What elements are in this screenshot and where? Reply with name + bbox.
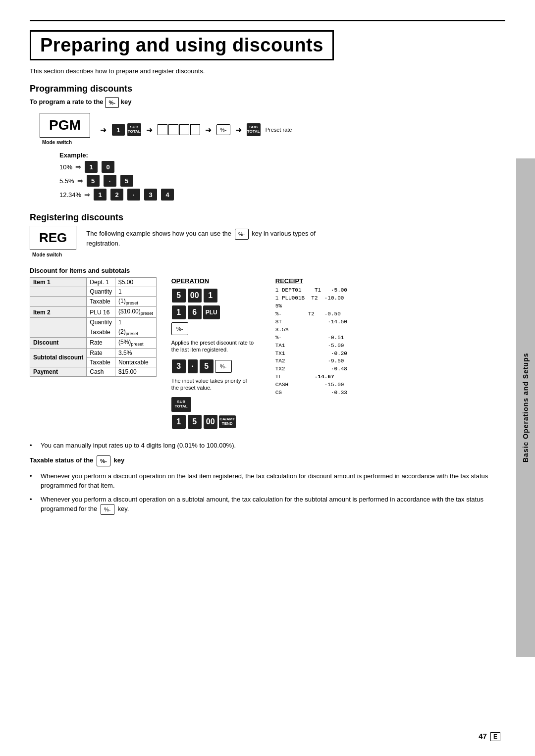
taxable-heading: Taxable status of the %- key (30, 455, 505, 466)
op-row-2: 1 6 PLU (171, 305, 220, 319)
key-dot: · (104, 175, 116, 187)
plu-key: PLU (203, 305, 220, 319)
arrow2: ➜ (146, 125, 153, 135)
table-row: Quantity 1 (30, 287, 157, 297)
bullet-dot-2: • (30, 471, 37, 481)
bullet-1: • Whenever you perform a discount operat… (30, 471, 505, 491)
receipt-col: RECEIPT 1 DEPT01 T1 ·5.00 1 PLU001B T2 ·… (275, 277, 365, 397)
key-1d: 1 (172, 415, 186, 429)
key-3op: 3 (172, 359, 186, 373)
key-5a: 5 (87, 175, 100, 187)
page-title: Preparing and using discounts (30, 30, 334, 60)
programming-heading: Programming discounts (30, 84, 505, 94)
key-2: 2 (110, 189, 123, 201)
intro-text: This section describes how to prepare an… (30, 67, 505, 75)
table-row: Quantity 1 (30, 317, 157, 327)
key-1: 1 (85, 161, 98, 173)
arrow4: ➜ (235, 125, 242, 135)
sidebar-label: Basic Operations and Setups (516, 158, 535, 657)
taxable-key-inline: %- (97, 455, 110, 466)
table-row: Taxable (2)preset (30, 327, 157, 337)
op-note-2: The input value takes priority of the pr… (171, 377, 256, 392)
reg-mode-box: REG Mode switch (30, 226, 76, 250)
table-row: Subtotal discount Rate 3.5% (30, 348, 157, 357)
bullet-dot-1: • (30, 441, 37, 451)
pgm-mode-box: PGM Mode switch (40, 113, 90, 138)
arrow3: ➜ (205, 125, 212, 135)
example-line-3: 12.34% ⇒ 1 2 · 3 4 (59, 189, 505, 201)
op-row-5: SUBTOTAL (171, 397, 191, 412)
mode-switch-label: Mode switch (42, 140, 72, 145)
empty-boxes (158, 124, 200, 135)
items-table-wrapper: Item 1 Dept. 1 $5.00 Quantity 1 Taxable (30, 277, 157, 377)
bullet-note1: • You can manually input rates up to 4 d… (30, 441, 505, 451)
top-rule (30, 20, 505, 21)
key-5op: 5 (172, 289, 186, 302)
registering-section: Registering discounts REG Mode switch Th… (30, 212, 505, 430)
sub-total-key-2: SUBTOTAL (247, 123, 261, 136)
key-1b: 1 (94, 189, 107, 201)
bullet-2: • Whenever you perform a discount operat… (30, 495, 505, 515)
key-1c: 1 (172, 305, 186, 319)
reg-flow: REG Mode switch The following example sh… (30, 226, 505, 260)
key-4: 4 (161, 189, 174, 201)
op-receipt-wrapper: Item 1 Dept. 1 $5.00 Quantity 1 Taxable (30, 277, 505, 430)
operation-col: OPERATION 5 00 1 1 6 PLU %- Applies the (171, 277, 261, 430)
table-row: Taxable (1)preset (30, 297, 157, 307)
items-table: Item 1 Dept. 1 $5.00 Quantity 1 Taxable (30, 277, 157, 377)
key-5d: 5 (188, 415, 202, 429)
programming-section: Programming discounts To program a rate … (30, 84, 505, 201)
page-number: 47 E (479, 732, 500, 741)
arrow1: ➜ (100, 125, 107, 135)
key-dot3: · (188, 359, 198, 373)
pct-key-reg: %- (235, 229, 249, 240)
sub-total-key-1: SUBTOTAL (127, 123, 141, 136)
example-line-1: 10% ⇒ 1 0 (59, 161, 505, 173)
pct-key-op: %- (171, 322, 188, 335)
op-row-6: 1 5 00 CA/AMTTEND (171, 415, 236, 429)
key-3: 3 (144, 189, 157, 201)
key-1op: 1 (204, 289, 217, 302)
pct-key-inline: %- (105, 97, 119, 108)
discount-section: Discount for items and subtotals Item 1 … (30, 267, 505, 430)
pgm-flow: PGM Mode switch ➜ 1 SUBTOTAL ➜ ➜ %- ➜ SU… (40, 113, 505, 147)
reg-mode-switch-label: Mode switch (32, 252, 62, 257)
table-row: Item 2 PLU 16 ($10.00)preset (30, 307, 157, 317)
sub-total-key-op: SUBTOTAL (171, 397, 191, 412)
op-note-1: Applies the preset discount rate to the … (171, 339, 256, 353)
op-row-4: 3 · 5 %- (171, 359, 232, 373)
op-row-3: %- (171, 322, 188, 335)
operation-label: OPERATION (171, 277, 209, 285)
key-5b: 5 (120, 175, 133, 187)
pct-key-bullet: %- (101, 504, 114, 515)
example-block: Example: 10% ⇒ 1 0 5.5% ⇒ 5 · 5 12.34% ⇒… (59, 151, 505, 201)
key-00b: 00 (204, 415, 217, 429)
bullet-dot-3: • (30, 495, 37, 504)
table-row: Payment Cash $15.00 (30, 367, 157, 376)
registering-heading: Registering discounts (30, 212, 505, 223)
reg-description: The following example shows how you can … (86, 226, 334, 247)
key-0: 0 (102, 161, 114, 173)
bullet-section: • You can manually input rates up to 4 d… (30, 441, 505, 515)
key-dot2: · (127, 189, 140, 201)
op-row-1: 5 00 1 (171, 289, 218, 302)
key-00: 00 (188, 289, 202, 302)
key-6: 6 (188, 305, 202, 319)
pct-key-op2: %- (215, 360, 232, 373)
programming-sub-heading: To program a rate to the %- key (30, 97, 505, 108)
example-heading: Example: (59, 151, 505, 159)
receipt-text: 1 DEPT01 T1 ·5.00 1 PLU001B T2 ·10.00 5%… (275, 287, 365, 397)
pct-key-flow: %- (216, 124, 230, 135)
preset-rate-label: Preset rate (266, 127, 292, 133)
table-row: Discount Rate (5%)preset (30, 338, 157, 348)
key-5c: 5 (200, 359, 214, 373)
receipt-label: RECEIPT (275, 277, 365, 285)
page-number-box: E (490, 732, 500, 741)
discount-sub-heading: Discount for items and subtotals (30, 267, 505, 274)
example-line-2: 5.5% ⇒ 5 · 5 (59, 175, 505, 187)
table-row: Item 1 Dept. 1 $5.00 (30, 278, 157, 287)
num-key-1: 1 (112, 124, 125, 136)
ca-key: CA/AMTTEND (219, 415, 236, 428)
